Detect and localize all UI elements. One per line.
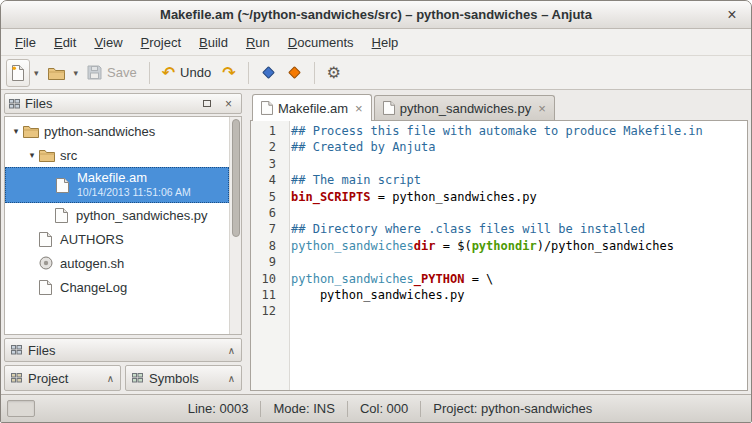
line-number: 11 bbox=[251, 287, 283, 303]
code-line[interactable]: 6 bbox=[251, 205, 747, 221]
code-line[interactable]: 8python_sandwichesdir = $(pythondir)/pyt… bbox=[251, 238, 747, 254]
dock-tab-symbols[interactable]: Symbols ∧ bbox=[125, 365, 242, 391]
document-icon bbox=[261, 101, 273, 115]
collapse-icon[interactable]: ∧ bbox=[228, 373, 235, 384]
tree-scrollbar[interactable] bbox=[229, 117, 241, 334]
save-button[interactable]: Save bbox=[82, 59, 142, 87]
code-line[interactable]: 5bin_SCRIPTS = python_sandwiches.py bbox=[251, 189, 747, 205]
tree-item-src[interactable]: ▾src bbox=[5, 143, 229, 167]
line-number: 9 bbox=[251, 254, 283, 270]
tab-close-icon[interactable]: × bbox=[536, 102, 546, 115]
new-file-dropdown[interactable]: ▾ bbox=[31, 59, 42, 87]
window-close-button[interactable]: × bbox=[721, 4, 743, 26]
open-file-button[interactable] bbox=[43, 59, 70, 87]
dock-bar-files[interactable]: Files ∧ bbox=[4, 338, 242, 362]
code-line[interactable]: 1## Process this file with automake to p… bbox=[251, 123, 747, 139]
tree-item-authors[interactable]: AUTHORS bbox=[5, 227, 229, 251]
navigation-forward-icon bbox=[288, 66, 301, 79]
status-separator bbox=[260, 401, 261, 417]
code-line[interactable]: 10python_sandwiches_PYTHON = \ bbox=[251, 271, 747, 287]
navigation-forward-button[interactable] bbox=[282, 59, 307, 87]
code-line[interactable]: 11 python_sandwiches.py bbox=[251, 287, 747, 303]
code-line[interactable]: 3 bbox=[251, 156, 747, 172]
editor-tab-python-sandwiches-py[interactable]: python_sandwiches.py× bbox=[374, 95, 555, 120]
menu-view[interactable]: View bbox=[85, 29, 131, 55]
tab-close-icon[interactable]: × bbox=[353, 102, 363, 115]
line-number: 10 bbox=[251, 271, 283, 287]
folder-icon bbox=[23, 125, 41, 138]
menu-build[interactable]: Build bbox=[190, 29, 237, 55]
line-content bbox=[283, 303, 291, 319]
gear-icon: ⚙ bbox=[327, 65, 341, 81]
line-number: 5 bbox=[251, 189, 283, 205]
titlebar[interactable]: Makefile.am (~/python-sandwiches/src) – … bbox=[1, 1, 751, 29]
files-dock-icon bbox=[11, 345, 22, 355]
expander-icon[interactable]: ▾ bbox=[25, 150, 39, 160]
undo-icon: ↶ bbox=[162, 65, 175, 81]
new-file-button[interactable] bbox=[6, 59, 30, 87]
tree-item-python-sandwiches-py[interactable]: python_sandwiches.py bbox=[5, 203, 229, 227]
files-panel-header: Files × bbox=[4, 93, 242, 114]
file-icon bbox=[56, 178, 74, 193]
toolbar-separator bbox=[149, 62, 150, 84]
script-icon bbox=[39, 256, 57, 270]
tree-item-label: autogen.sh bbox=[60, 256, 124, 271]
tree-item-label: python-sandwiches bbox=[44, 124, 155, 139]
file-tree-wrap: ▾python-sandwiches▾srcMakefile.am10/14/2… bbox=[4, 116, 242, 335]
tree-item-text: src bbox=[60, 148, 77, 163]
tree-item-changelog[interactable]: ChangeLog bbox=[5, 275, 229, 299]
line-content: ## Created by Anjuta bbox=[283, 139, 436, 155]
undo-button[interactable]: ↶ Undo bbox=[157, 59, 216, 87]
line-number: 4 bbox=[251, 172, 283, 188]
folder-icon bbox=[39, 149, 57, 162]
preferences-button[interactable]: ⚙ bbox=[322, 59, 346, 87]
editor-view[interactable]: 1## Process this file with automake to p… bbox=[250, 120, 748, 391]
status-grip bbox=[7, 400, 35, 417]
editor-tabbar: Makefile.am×python_sandwiches.py× bbox=[250, 93, 748, 120]
save-icon bbox=[87, 65, 102, 80]
panel-close-button[interactable]: × bbox=[220, 96, 237, 111]
panel-detach-button[interactable] bbox=[198, 96, 215, 111]
tree-item-detail: 10/14/2013 11:51:06 AM bbox=[77, 185, 191, 200]
menu-file[interactable]: File bbox=[6, 29, 45, 55]
collapse-icon[interactable]: ∧ bbox=[228, 345, 235, 356]
tree-item-makefile-am[interactable]: Makefile.am10/14/2013 11:51:06 AM bbox=[5, 167, 229, 203]
dock-tab-project[interactable]: Project ∧ bbox=[4, 365, 121, 391]
line-number: 1 bbox=[251, 123, 283, 139]
status-project: Project: python-sandwiches bbox=[433, 401, 592, 416]
toolbar: ▾ ▾ Save ↶ Undo ↷ ⚙ bbox=[1, 56, 751, 90]
status-col: Col: 000 bbox=[360, 401, 408, 416]
line-number: 3 bbox=[251, 156, 283, 172]
code-line[interactable]: 7## Directory where .class files will be… bbox=[251, 221, 747, 237]
line-content: bin_SCRIPTS = python_sandwiches.py bbox=[283, 189, 537, 205]
menu-help[interactable]: Help bbox=[363, 29, 408, 55]
expander-icon[interactable]: ▾ bbox=[9, 126, 23, 136]
scrollbar-thumb[interactable] bbox=[232, 119, 240, 237]
code-line[interactable]: 9 bbox=[251, 254, 747, 270]
menu-edit[interactable]: Edit bbox=[45, 29, 85, 55]
menu-project[interactable]: Project bbox=[132, 29, 190, 55]
navigation-back-button[interactable] bbox=[256, 59, 281, 87]
open-file-dropdown[interactable]: ▾ bbox=[71, 59, 82, 87]
editor-tab-makefile-am[interactable]: Makefile.am× bbox=[252, 94, 372, 121]
files-sidebar: Files × ▾python-sandwiches▾srcMakefile.a… bbox=[1, 90, 245, 394]
menu-run[interactable]: Run bbox=[237, 29, 279, 55]
code-area[interactable]: 1## Process this file with automake to p… bbox=[251, 121, 747, 390]
line-number: 8 bbox=[251, 238, 283, 254]
line-content: ## Directory where .class files will be … bbox=[283, 221, 645, 237]
code-line[interactable]: 2## Created by Anjuta bbox=[251, 139, 747, 155]
status-items: Line: 0003 Mode: INS Col: 000 Project: p… bbox=[35, 401, 745, 417]
code-line[interactable]: 12 bbox=[251, 303, 747, 319]
code-line[interactable]: 4## The main script bbox=[251, 172, 747, 188]
redo-button[interactable]: ↷ bbox=[217, 59, 240, 87]
collapse-icon[interactable]: ∧ bbox=[107, 373, 114, 384]
menu-documents[interactable]: Documents bbox=[279, 29, 363, 55]
editor-pane: Makefile.am×python_sandwiches.py× 1## Pr… bbox=[250, 90, 751, 394]
menubar: FileEditViewProjectBuildRunDocumentsHelp bbox=[1, 29, 751, 56]
toolbar-separator bbox=[314, 62, 315, 84]
tree-item-text: ChangeLog bbox=[60, 280, 127, 295]
file-tree: ▾python-sandwiches▾srcMakefile.am10/14/2… bbox=[5, 119, 229, 334]
tree-item-python-sandwiches[interactable]: ▾python-sandwiches bbox=[5, 119, 229, 143]
dock-tab-symbols-label: Symbols bbox=[149, 371, 199, 386]
tree-item-autogen-sh[interactable]: autogen.sh bbox=[5, 251, 229, 275]
